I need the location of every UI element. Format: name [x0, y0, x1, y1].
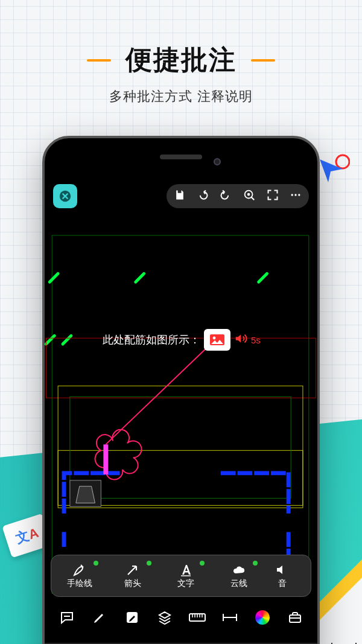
svg-point-45 [213, 337, 216, 340]
tool-label: 音 [278, 578, 287, 589]
zoom-button[interactable] [243, 188, 256, 204]
svg-marker-36 [76, 486, 95, 503]
comment-icon [60, 610, 74, 625]
close-button[interactable] [53, 184, 77, 208]
zoom-target-icon [243, 188, 256, 202]
layers-icon [157, 610, 172, 625]
svg-rect-34 [103, 444, 108, 474]
tool-status-dot [200, 561, 205, 566]
pencil-line-icon [72, 563, 87, 577]
fullscreen-icon [267, 189, 279, 201]
mode-measure[interactable] [221, 608, 239, 626]
hero-dash-right [251, 59, 275, 62]
svg-line-40 [252, 197, 255, 200]
pencil-icon [92, 610, 107, 625]
speaker-icon [234, 332, 247, 345]
image-icon [209, 334, 225, 346]
color-wheel-icon [255, 610, 270, 625]
tool-label: 箭头 [124, 578, 141, 589]
mode-comment[interactable] [58, 608, 76, 626]
more-button[interactable] [290, 189, 302, 203]
text-icon [179, 563, 193, 577]
annotation-image-badge[interactable] [204, 329, 230, 351]
close-icon [59, 190, 72, 203]
svg-line-32 [106, 338, 217, 444]
hero-title: 便捷批注 [125, 42, 237, 78]
svg-point-43 [298, 194, 300, 196]
app-screen: 此处配筋如图所示： 5s [45, 176, 317, 643]
ruler-icon [189, 612, 206, 623]
mode-pencil[interactable] [91, 608, 109, 626]
svg-line-24 [46, 336, 54, 344]
svg-point-42 [294, 194, 296, 196]
annotation-text[interactable]: 此处配筋如图所示： [103, 333, 200, 347]
tool-audio[interactable]: 音 [267, 558, 297, 593]
tool-status-dot [94, 561, 98, 566]
hero-subtitle: 多种批注方式 注释说明 [0, 88, 362, 106]
svg-line-23 [259, 273, 267, 282]
tool-text[interactable]: 文字 [161, 558, 211, 593]
tool-freehand[interactable]: 手绘线 [55, 558, 104, 593]
save-button[interactable] [174, 189, 186, 203]
undo-icon [197, 189, 209, 201]
mode-toolbox[interactable] [286, 608, 304, 626]
svg-line-21 [49, 273, 58, 282]
hero: 便捷批注 多种批注方式 注释说明 [0, 42, 362, 106]
mode-bar [45, 603, 317, 632]
toolbox-icon [288, 610, 302, 625]
mode-edit-box[interactable] [123, 608, 141, 626]
svg-rect-29 [70, 397, 291, 498]
tool-label: 手绘线 [67, 578, 92, 589]
tool-arrow[interactable]: 箭头 [108, 558, 157, 593]
svg-marker-1 [320, 159, 343, 182]
edit-square-icon [125, 610, 139, 625]
mode-color[interactable] [253, 608, 272, 626]
arrow-icon [125, 563, 140, 577]
annotation-palette: 手绘线 箭头 文字 云线 [51, 555, 311, 597]
annotation-audio-button[interactable] [234, 332, 247, 348]
measure-icon [222, 612, 238, 623]
more-icon [290, 189, 302, 201]
svg-line-22 [136, 273, 144, 282]
tool-cloud[interactable]: 云线 [214, 558, 264, 593]
tool-label: 文字 [177, 578, 194, 589]
phone-speaker [160, 155, 202, 159]
phone-camera [214, 158, 221, 165]
annotation-row: 此处配筋如图所示： 5s [103, 328, 310, 352]
hero-dash-left [87, 59, 111, 62]
svg-point-39 [247, 193, 250, 196]
tool-status-dot [147, 561, 151, 566]
tool-status-dot [253, 561, 258, 566]
phone-top-bezel [45, 138, 317, 176]
svg-point-41 [291, 194, 293, 196]
save-icon [174, 189, 186, 201]
top-toolbar [167, 184, 309, 208]
redo-icon [220, 189, 232, 201]
fullscreen-button[interactable] [267, 189, 279, 203]
mode-layers[interactable] [156, 608, 174, 626]
redo-button[interactable] [220, 189, 232, 203]
tool-label: 云线 [230, 578, 247, 589]
mode-ruler[interactable] [188, 608, 206, 626]
phone-mock: 此处配筋如图所示： 5s [42, 136, 320, 644]
audio-icon [275, 563, 290, 577]
svg-line-25 [63, 336, 71, 344]
cad-canvas[interactable]: 此处配筋如图所示： 5s [45, 176, 317, 643]
annotation-audio-duration: 5s [251, 335, 261, 345]
cloud-icon [232, 563, 246, 577]
undo-button[interactable] [197, 189, 209, 203]
svg-point-0 [336, 155, 349, 168]
